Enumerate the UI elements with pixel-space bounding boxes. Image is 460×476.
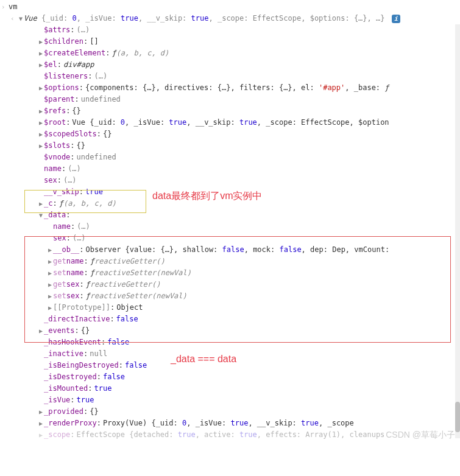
prop-row[interactable]: _isVue: true	[1, 394, 459, 406]
prop-value: undefined	[77, 152, 116, 163]
object-type: Vue	[24, 14, 41, 23]
expand-arrow-icon[interactable]	[38, 429, 44, 441]
scrollbar[interactable]	[455, 24, 460, 438]
prop-row[interactable]: name: (…)	[1, 163, 459, 175]
prop-value: true	[94, 383, 111, 394]
expand-arrow-icon[interactable]	[18, 13, 24, 24]
prop-row[interactable]: $listeners: (…)	[1, 71, 459, 82]
prop-row[interactable]: _isMounted: true	[1, 383, 459, 394]
prop-name: _isDestroyed	[44, 371, 97, 383]
prop-row[interactable]: _renderProxy: Proxy(Vue) {_uid: 0, _isVu…	[1, 418, 459, 429]
chevron-right-icon: ›	[1, 1, 9, 13]
expand-arrow-icon[interactable]	[38, 140, 44, 152]
prop-name: _isVue	[44, 394, 70, 406]
fn-args: (a, b, c, d)	[116, 47, 169, 59]
prop-row[interactable]: name: (…)	[1, 221, 459, 233]
console-input-line[interactable]: › vm	[1, 1, 459, 13]
prop-name: $el	[44, 59, 57, 71]
expand-arrow-icon[interactable]	[38, 82, 44, 94]
prop-name: name	[53, 221, 71, 233]
prop-value: (…)	[77, 221, 90, 233]
prop-value: undefined	[81, 94, 121, 105]
prop-value: false	[125, 360, 147, 371]
expand-arrow-icon[interactable]	[38, 406, 44, 418]
expand-arrow-icon[interactable]	[38, 59, 44, 71]
expand-arrow-icon[interactable]	[38, 47, 44, 59]
prop-name: _scope	[44, 429, 70, 441]
prop-name: _isBeingDestroyed	[44, 360, 119, 371]
expand-arrow-icon[interactable]	[38, 36, 44, 47]
prop-value: false	[103, 371, 125, 383]
prop-name: sex	[44, 175, 57, 186]
prop-value: Proxy(Vue) {_uid: 0, _isVue: true, __v_s…	[103, 418, 354, 429]
prop-value: {}	[72, 105, 80, 117]
annotation-red: _data === data	[171, 353, 236, 365]
prop-name: $refs	[44, 105, 66, 117]
prop-name: $attrs	[44, 24, 70, 36]
prop-value: (…)	[77, 24, 90, 36]
prop-name: $listeners	[44, 71, 88, 82]
prop-value: EffectScope {detached: true, active: tru…	[77, 429, 385, 441]
prop-name: $scopedSlots	[44, 128, 97, 140]
expand-arrow-icon[interactable]	[38, 105, 44, 117]
prop-value: div#app	[63, 59, 94, 71]
prop-row[interactable]: $attrs: (…)	[1, 24, 459, 36]
prop-name: $slots	[44, 140, 70, 152]
prop-name: _provided	[44, 406, 83, 418]
prop-value: true	[77, 394, 94, 406]
prop-row[interactable]: $scopedSlots: {}	[1, 128, 459, 140]
expand-arrow-icon[interactable]	[38, 128, 44, 140]
prop-row[interactable]: $parent: undefined	[1, 94, 459, 105]
prop-row[interactable]: $el: div#app	[1, 59, 459, 71]
scrollbar-thumb[interactable]	[455, 402, 460, 432]
prop-name: _isMounted	[44, 383, 88, 394]
prop-value: (…)	[94, 71, 107, 82]
prop-name: _renderProxy	[44, 418, 97, 429]
prop-value: (…)	[63, 175, 77, 186]
prop-value: {}	[90, 406, 98, 418]
prop-name: $children	[44, 36, 83, 47]
watermark: CSDN @草莓小子	[386, 429, 455, 441]
prop-row[interactable]: _isDestroyed: false	[1, 371, 459, 383]
prop-value: (…)	[68, 163, 81, 175]
info-icon[interactable]: i	[392, 15, 400, 23]
prop-name: _inactive	[44, 348, 83, 360]
prop-name: $createElement	[44, 47, 105, 59]
prop-row[interactable]: $children: []	[1, 36, 459, 47]
chevron-left-icon: ‹	[10, 13, 18, 24]
prop-value: []	[90, 36, 98, 47]
highlight-box-yellow	[24, 190, 146, 213]
prop-name: $root	[44, 117, 66, 128]
prop-row[interactable]: $refs: {}	[1, 105, 459, 117]
object-summary: {_uid: 0, _isVue: true, __v_skip: true, …	[41, 14, 385, 23]
prop-row[interactable]: $root: Vue {_uid: 0, _isVue: true, __v_s…	[1, 117, 459, 128]
prop-value: {components: {…}, directives: {…}, filte…	[85, 82, 389, 94]
fn-sigil: ƒ	[111, 47, 116, 59]
prop-row[interactable]: $slots: {}	[1, 140, 459, 152]
annotation-yellow: data最终都到了vm实例中	[152, 190, 262, 201]
prop-value: Vue {_uid: 0, _isVue: true, __v_skip: tr…	[72, 117, 389, 128]
console-output-vue[interactable]: ‹ Vue {_uid: 0, _isVue: true, __v_skip: …	[1, 13, 459, 24]
prop-row[interactable]: sex: (…)	[1, 175, 459, 186]
prop-name: name	[44, 163, 62, 175]
prop-value: null	[90, 348, 107, 360]
expand-arrow-icon[interactable]	[38, 418, 44, 429]
prop-row[interactable]: _provided: {}	[1, 406, 459, 418]
prop-row[interactable]: $createElement: ƒ (a, b, c, d)	[1, 47, 459, 59]
highlight-box-red	[24, 236, 451, 343]
prop-name: $options	[44, 82, 79, 94]
prop-row[interactable]: $vnode: undefined	[1, 152, 459, 163]
prop-value: {}	[77, 140, 85, 152]
prop-value: {}	[103, 128, 111, 140]
prop-row[interactable]: $options: {components: {…}, directives: …	[1, 82, 459, 94]
expand-arrow-icon[interactable]	[38, 117, 44, 128]
console-input-text: vm	[9, 1, 17, 13]
prop-name: $vnode	[44, 152, 70, 163]
prop-name: $parent	[44, 94, 75, 105]
